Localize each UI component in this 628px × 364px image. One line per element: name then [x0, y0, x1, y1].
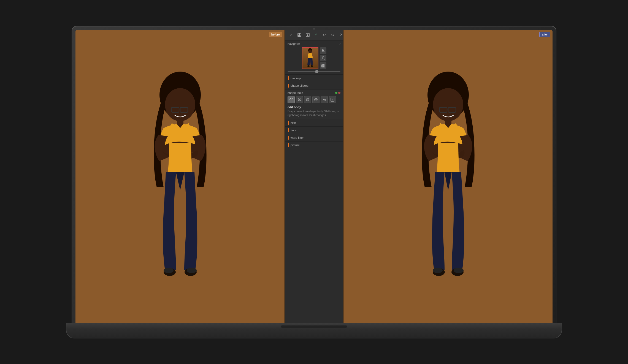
skin-row[interactable]: skin	[285, 119, 343, 127]
shape-tools-title: shape tools	[288, 91, 303, 94]
dot-green	[335, 92, 337, 94]
camera-dot	[313, 28, 315, 30]
tool-6[interactable]	[329, 96, 336, 103]
tool-2[interactable]	[296, 96, 303, 103]
laptop-base	[66, 323, 562, 338]
nav-slider-row	[288, 71, 340, 73]
left-photo-content	[75, 30, 285, 323]
skin-accent	[288, 121, 289, 125]
tool-5[interactable]	[321, 96, 328, 103]
nav-person-mini	[305, 48, 315, 68]
nav-header: navigator ?	[288, 42, 340, 45]
redo-icon[interactable]: ↪	[329, 32, 335, 38]
toolbar-panel: ⌂ f ↩ ↪ ?	[285, 30, 343, 323]
warp-fixer-accent	[288, 136, 289, 140]
shape-tools-icons-row	[288, 96, 340, 103]
undo-icon[interactable]: ↩	[321, 32, 327, 38]
nav-image-box	[302, 47, 318, 69]
face-label: face	[291, 129, 296, 132]
home-icon[interactable]: ⌂	[288, 32, 294, 38]
right-photo-content	[343, 30, 553, 323]
shape-sliders-row[interactable]: shape sliders	[285, 82, 343, 89]
facebook-icon[interactable]: f	[313, 32, 319, 38]
left-person-svg	[133, 69, 227, 284]
face-accent	[288, 128, 289, 132]
nav-help-icon[interactable]: ?	[339, 42, 340, 45]
svg-point-37	[433, 268, 443, 273]
markup-label: markup	[291, 77, 301, 80]
toolbar-top: ⌂ f ↩ ↪ ?	[285, 30, 343, 40]
svg-point-24	[306, 98, 309, 101]
left-photo-panel: before	[75, 30, 285, 323]
warp-fixer-label: warp fixer	[291, 136, 304, 139]
after-label: after	[539, 32, 550, 37]
svg-point-23	[299, 98, 300, 100]
svg-point-1	[165, 88, 195, 121]
shape-sliders-accent	[288, 84, 289, 88]
laptop-body: before	[72, 26, 556, 323]
before-label: before	[269, 32, 282, 37]
nav-zoom-slider[interactable]	[288, 71, 340, 72]
svg-point-22	[289, 99, 290, 100]
svg-point-16	[307, 65, 310, 67]
svg-point-15	[308, 50, 312, 53]
svg-point-31	[433, 88, 463, 121]
laptop-wrapper: before	[66, 17, 562, 347]
laptop-screen: before	[75, 30, 553, 323]
svg-rect-12	[298, 35, 301, 37]
svg-point-18	[322, 49, 324, 51]
navigator-title: navigator	[288, 42, 300, 45]
right-photo-panel: after	[343, 30, 553, 323]
svg-rect-11	[299, 33, 300, 35]
nav-preview	[288, 47, 340, 69]
picture-accent	[288, 143, 289, 147]
nav-body-icon[interactable]	[320, 55, 326, 61]
dot-red	[338, 92, 340, 94]
markup-row[interactable]: markup	[285, 75, 343, 82]
nav-person-icon[interactable]	[320, 47, 326, 54]
svg-point-25	[307, 99, 308, 100]
svg-point-17	[311, 65, 313, 67]
nav-slider-thumb	[315, 70, 318, 73]
markup-accent	[288, 76, 289, 80]
tool-4[interactable]	[312, 96, 320, 103]
tool-body-curves[interactable]	[288, 96, 295, 103]
right-person-svg	[401, 69, 495, 284]
save-icon[interactable]	[296, 32, 302, 38]
app-container: before	[75, 30, 553, 323]
shape-sliders-label: shape sliders	[291, 84, 308, 87]
face-row[interactable]: face	[285, 127, 343, 134]
edit-body-desc: Drag curves to reshape body. Shift-drag …	[288, 110, 340, 117]
nav-side-icons	[320, 47, 326, 69]
navigator-section: navigator ?	[285, 40, 343, 75]
svg-point-39	[454, 268, 464, 273]
skin-label: skin	[291, 121, 296, 124]
warp-fixer-row[interactable]: warp fixer	[285, 134, 343, 142]
svg-point-21	[322, 65, 324, 67]
tool-3[interactable]	[304, 96, 311, 103]
svg-point-19	[323, 56, 324, 57]
nav-camera-icon[interactable]	[320, 62, 326, 69]
picture-row[interactable]: picture	[285, 142, 343, 149]
svg-point-7	[164, 268, 174, 273]
shape-tools-section: shape tools	[285, 89, 343, 119]
svg-point-9	[187, 268, 197, 273]
shape-tools-header: shape tools	[288, 91, 340, 94]
picture-label: picture	[291, 143, 300, 147]
export-icon[interactable]	[305, 32, 311, 38]
toolbar-icons: ⌂ f ↩ ↪ ?	[288, 32, 344, 38]
edit-body-title: edit body	[288, 105, 340, 109]
